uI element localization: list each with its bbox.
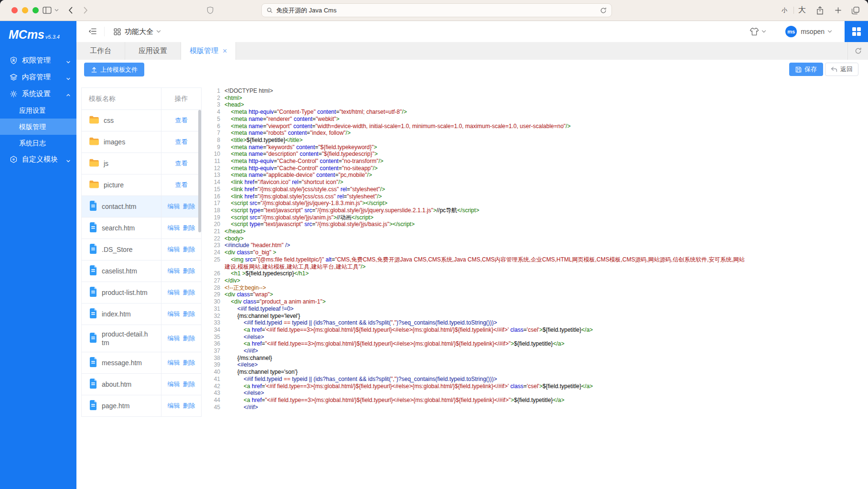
edit-link[interactable]: 编辑 — [168, 267, 180, 275]
edit-link[interactable]: 编辑 — [168, 380, 180, 389]
privacy-shield-icon[interactable] — [205, 0, 215, 21]
sidebar-item-系统设置[interactable]: 系统设置 — [0, 86, 76, 102]
delete-link[interactable]: 删除 — [183, 224, 195, 232]
code-line: <a href='<#if field.type==3>{ms:global.h… — [225, 326, 745, 334]
minimize-window-button[interactable] — [22, 7, 28, 13]
sidebar-dropdown-chevron-icon[interactable] — [54, 0, 59, 21]
code-line: <#else> — [225, 361, 745, 369]
row-actions: 编辑删除 — [161, 282, 201, 303]
code-editor[interactable]: 1<!DOCTYPE html>2<html>3<head>4 <meta ht… — [209, 87, 745, 411]
delete-link[interactable]: 删除 — [183, 288, 195, 297]
address-bar[interactable]: 免疫开源的 Java Cms — [261, 3, 612, 17]
tab-overview-icon[interactable] — [850, 0, 861, 21]
code-line: <div class="wrap"> — [225, 291, 745, 298]
browser-sidebar-toggle-icon[interactable] — [41, 0, 53, 21]
table-row[interactable]: message.htm编辑删除 — [82, 352, 201, 373]
share-icon[interactable] — [815, 0, 825, 21]
forward-button[interactable] — [82, 0, 89, 21]
username[interactable]: msopen — [801, 28, 825, 35]
sidebar-item-权限管理[interactable]: 权限管理 — [0, 52, 76, 69]
tab-模版管理[interactable]: 模版管理× — [181, 42, 236, 60]
reload-button[interactable] — [600, 7, 607, 14]
code-editor-row: 13 <meta name="applicable-device" conten… — [209, 172, 745, 179]
delete-link[interactable]: 删除 — [183, 202, 195, 211]
table-row[interactable]: page.htm编辑删除 — [82, 395, 201, 416]
sidebar-item-自定义模块[interactable]: 自定义模块 — [0, 151, 76, 168]
save-button[interactable]: 保存 — [789, 63, 823, 76]
table-row[interactable]: contact.htm编辑删除 — [82, 196, 201, 217]
delete-link[interactable]: 删除 — [183, 402, 195, 410]
back-return-button[interactable]: 返回 — [825, 63, 858, 76]
new-tab-icon[interactable] — [833, 0, 843, 21]
code-line: <meta http-equiv="Cache-Control" content… — [225, 158, 745, 165]
collapse-sidebar-icon[interactable] — [88, 28, 96, 37]
delete-link[interactable]: 删除 — [183, 334, 195, 343]
view-link[interactable]: 查看 — [175, 159, 188, 168]
delete-link[interactable]: 删除 — [183, 245, 195, 254]
close-window-button[interactable] — [11, 7, 18, 13]
sidebar-subitem-系统日志[interactable]: 系统日志 — [0, 135, 76, 151]
refresh-tab-button[interactable] — [847, 42, 868, 60]
code-editor-row: 21</head> — [209, 228, 745, 235]
text-smaller-button[interactable]: 小 — [780, 0, 789, 21]
code-editor-row: 40 {ms:channel type='son'} — [209, 369, 745, 376]
code-editor-row: 2<html> — [209, 95, 745, 102]
chevron-down-icon — [66, 157, 71, 165]
back-button[interactable] — [66, 0, 74, 21]
edit-link[interactable]: 编辑 — [168, 359, 180, 367]
edit-link[interactable]: 编辑 — [168, 202, 180, 211]
code-editor-row: 12 <meta http-equiv="Cache-Control" cont… — [209, 165, 745, 172]
code-editor-row: 35 <#else> — [209, 334, 745, 341]
line-number: 27 — [209, 277, 220, 284]
table-row[interactable]: images查看 — [82, 131, 201, 152]
sidebar-item-内容管理[interactable]: 内容管理 — [0, 69, 76, 86]
delete-link[interactable]: 删除 — [183, 267, 195, 275]
table-row[interactable]: product-detail.htm编辑删除 — [82, 325, 201, 352]
text-larger-button[interactable]: 大 — [797, 0, 807, 21]
sidebar-item-label: 系统设置 — [22, 89, 51, 98]
edit-link[interactable]: 编辑 — [168, 288, 180, 297]
delete-link[interactable]: 删除 — [183, 310, 195, 318]
user-avatar[interactable]: ms — [785, 26, 797, 37]
view-link[interactable]: 查看 — [175, 138, 188, 146]
zoom-window-button[interactable] — [32, 7, 39, 13]
line-number: 34 — [209, 326, 220, 334]
apps-launcher-button[interactable] — [845, 21, 868, 42]
sidebar-subitem-模版管理[interactable]: 模版管理 — [0, 119, 76, 135]
edit-link[interactable]: 编辑 — [168, 402, 180, 410]
table-row[interactable]: about.htm编辑删除 — [82, 373, 201, 395]
table-scrollbar-thumb[interactable] — [198, 110, 201, 232]
code-editor-row: 41 <#if field.typeid == typeid || (ids?h… — [209, 376, 745, 383]
upload-icon — [91, 66, 97, 73]
feature-menu[interactable]: 功能大全 — [114, 21, 161, 42]
sidebar-subitem-应用设置[interactable]: 应用设置 — [0, 102, 76, 119]
table-row[interactable]: .DS_Store编辑删除 — [82, 239, 201, 260]
edit-link[interactable]: 编辑 — [168, 224, 180, 232]
view-link[interactable]: 查看 — [175, 116, 188, 125]
theme-tshirt-icon[interactable] — [750, 27, 759, 36]
table-row[interactable]: index.htm编辑删除 — [82, 303, 201, 325]
view-link[interactable]: 查看 — [175, 181, 188, 189]
edit-link[interactable]: 编辑 — [168, 334, 180, 343]
line-number: 30 — [209, 298, 220, 305]
table-row[interactable]: search.htm编辑删除 — [82, 217, 201, 239]
table-row[interactable]: picture查看 — [82, 174, 201, 196]
table-row[interactable]: js查看 — [82, 152, 201, 174]
upload-template-button[interactable]: 上传模板文件 — [84, 63, 144, 76]
folder-icon — [89, 115, 99, 126]
edit-link[interactable]: 编辑 — [168, 310, 180, 318]
delete-link[interactable]: 删除 — [183, 359, 195, 367]
tab-close-icon[interactable]: × — [223, 47, 227, 55]
tab-应用设置[interactable]: 应用设置 — [125, 42, 181, 60]
table-row[interactable]: css查看 — [82, 109, 201, 131]
table-row[interactable]: caselist.htm编辑删除 — [82, 260, 201, 282]
table-row[interactable]: product-list.htm编辑删除 — [82, 282, 201, 303]
line-number: 32 — [209, 313, 220, 320]
delete-link[interactable]: 删除 — [183, 380, 195, 389]
file-name: product-detail.htm — [102, 330, 148, 347]
row-actions: 查看 — [161, 153, 201, 174]
tab-工作台[interactable]: 工作台 — [76, 42, 125, 60]
file-name: css — [104, 116, 114, 125]
edit-link[interactable]: 编辑 — [168, 245, 180, 254]
row-actions: 编辑删除 — [161, 217, 201, 239]
